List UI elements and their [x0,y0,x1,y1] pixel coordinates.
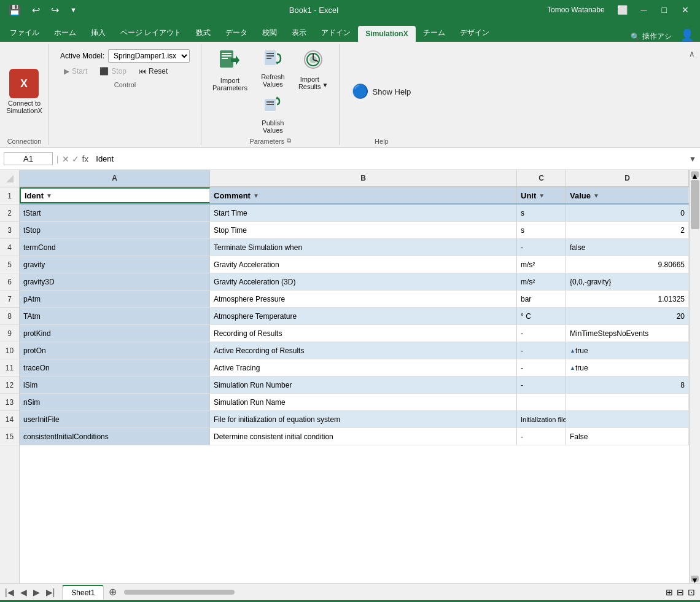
row-num-10[interactable]: 10 [0,342,19,359]
scroll-up-arrow[interactable]: ▲ [691,171,699,178]
cell-b1[interactable]: Comment ▼ [210,187,517,203]
row-num-1[interactable]: 1 [0,187,19,205]
cell-a10[interactable]: protOn [20,342,210,359]
undo-icon[interactable]: ↩ [28,3,44,17]
stop-button[interactable]: ⬛ Stop [96,65,130,77]
cell-reference-input[interactable] [4,152,53,165]
cell-d5[interactable]: 9.80665 [566,256,689,273]
close-button[interactable]: ✕ [675,2,695,17]
formula-bar-end-arrow[interactable]: ▼ [689,155,696,163]
col-header-b[interactable]: B [210,170,517,186]
cell-c10[interactable]: - [517,342,566,359]
row-num-2[interactable]: 2 [0,205,19,222]
row-num-11[interactable]: 11 [0,359,19,377]
scroll-thumb[interactable] [691,180,699,229]
cell-a13[interactable]: nSim [20,394,210,410]
row-num-9[interactable]: 9 [0,325,19,342]
cell-a7[interactable]: pAtm [20,291,210,307]
cell-c1[interactable]: Unit ▼ [517,187,566,203]
minimize-button[interactable]: ─ [635,2,653,17]
row-num-15[interactable]: 15 [0,428,19,445]
cell-d8[interactable]: 20 [566,308,689,324]
tab-home[interactable]: ホーム [47,24,84,42]
cell-a4[interactable]: termCond [20,239,210,256]
tab-review[interactable]: 校閲 [255,24,284,42]
cell-c2[interactable]: s [517,205,566,221]
cell-d1[interactable]: Value ▼ [566,187,689,203]
cancel-icon[interactable]: ✕ [62,154,69,164]
ident-dropdown[interactable]: ▼ [46,192,52,199]
cell-c15[interactable]: - [517,428,566,445]
cell-a6[interactable]: gravity3D [20,273,210,290]
sheet-tab-sheet1[interactable]: Sheet1 [62,585,104,600]
customize-icon[interactable]: ▼ [66,5,80,15]
tab-design[interactable]: デザイン [453,24,497,42]
row-num-4[interactable]: 4 [0,239,19,256]
page-break-icon[interactable]: ⊡ [688,587,695,597]
import-results-dropdown-arrow[interactable]: ▼ [322,82,329,88]
cell-a8[interactable]: TAtm [20,308,210,324]
cell-a2[interactable]: tStart [20,205,210,221]
ribbon-collapse-button[interactable]: ∧ [684,44,700,145]
cell-a11[interactable]: traceOn [20,359,210,376]
hscroll-thumb[interactable] [124,590,235,595]
comment-dropdown[interactable]: ▼ [253,192,259,199]
cell-b9[interactable]: Recording of Results [210,325,517,342]
sheet-prev-button[interactable]: ◀ [18,586,29,598]
search-box[interactable]: 🔍 操作アシ [626,31,677,42]
tab-insert[interactable]: 挿入 [84,24,113,42]
cell-b5[interactable]: Gravity Acceleration [210,256,517,273]
formula-input[interactable] [92,153,685,165]
cell-b14[interactable]: File for initialization of equation syst… [210,411,517,428]
cell-d3[interactable]: 2 [566,222,689,238]
save-icon[interactable]: 💾 [5,3,25,17]
start-button[interactable]: ▶ Start [60,65,91,77]
cell-c11[interactable]: - [517,359,566,376]
row-num-14[interactable]: 14 [0,411,19,428]
confirm-icon[interactable]: ✓ [72,154,79,164]
row-num-6[interactable]: 6 [0,273,19,291]
connect-to-simulationx-button[interactable]: X Connect toSimulationX [6,69,42,114]
cell-d10[interactable]: ▲ true [566,342,689,359]
normal-view-icon[interactable]: ⊞ [666,587,673,597]
row-num-3[interactable]: 3 [0,222,19,239]
row-num-5[interactable]: 5 [0,256,19,273]
cell-d9[interactable]: MinTimeStepsNoEvents [566,325,689,342]
tab-view[interactable]: 表示 [284,24,314,42]
cell-b2[interactable]: Start Time [210,205,517,221]
cell-a15[interactable]: consistentInitialConditions [20,428,210,445]
tab-team[interactable]: チーム [416,24,453,42]
row-num-7[interactable]: 7 [0,291,19,308]
show-help-button[interactable]: 🔵 Show Help [346,81,417,102]
account-icon[interactable]: 👤 [677,28,698,42]
value-dropdown[interactable]: ▼ [593,192,599,199]
scroll-down-arrow[interactable]: ▼ [691,576,699,582]
cell-c6[interactable]: m/s² [517,273,566,290]
sheet-next-button[interactable]: ▶ [31,586,42,598]
cell-a12[interactable]: iSim [20,377,210,393]
tab-formulas[interactable]: 数式 [189,24,218,42]
reset-button[interactable]: ⏮ Reset [135,65,171,77]
col-header-d[interactable]: D [566,170,689,186]
parameters-ext-icon[interactable]: ⧉ [287,137,291,144]
unit-dropdown[interactable]: ▼ [539,192,545,199]
tab-page-layout[interactable]: ページ レイアウト [113,24,189,42]
cell-a3[interactable]: tStop [20,222,210,238]
sheet-last-button[interactable]: ▶| [44,586,58,598]
cell-d6[interactable]: {0,0,-gravity} [566,273,689,290]
cell-b12[interactable]: Simulation Run Number [210,377,517,393]
row-num-12[interactable]: 12 [0,377,19,394]
cell-c3[interactable]: s [517,222,566,238]
cell-d14[interactable] [566,411,689,428]
cell-b10[interactable]: Active Recording of Results [210,342,517,359]
tab-addin[interactable]: アドイン [314,24,358,42]
ribbon-display-icon[interactable]: ⬜ [612,4,632,16]
publish-values-button[interactable]: PublishValues [256,93,290,136]
tab-data[interactable]: データ [218,24,255,42]
sheet-first-button[interactable]: |◀ [2,586,17,598]
cell-b13[interactable]: Simulation Run Name [210,394,517,410]
cell-b15[interactable]: Determine consistent initial condition [210,428,517,445]
cell-b6[interactable]: Gravity Acceleration (3D) [210,273,517,290]
cell-c13[interactable] [517,394,566,410]
col-header-c[interactable]: C [517,170,566,186]
